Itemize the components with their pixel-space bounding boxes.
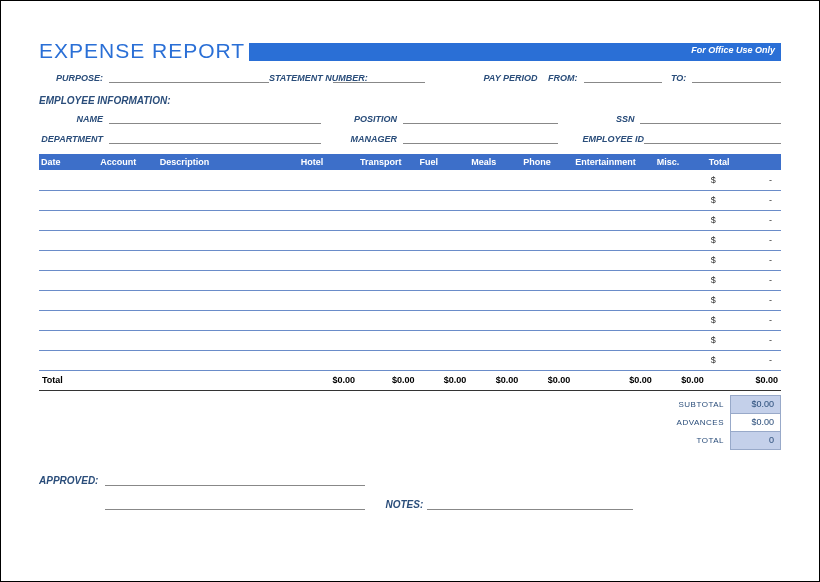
table-cell[interactable]: [158, 210, 299, 230]
table-row[interactable]: $-: [39, 210, 781, 230]
table-cell[interactable]: [469, 170, 521, 190]
table-cell[interactable]: [98, 250, 157, 270]
table-cell[interactable]: [573, 250, 655, 270]
table-cell[interactable]: [158, 270, 299, 290]
table-cell[interactable]: [299, 350, 358, 370]
table-cell[interactable]: [655, 270, 707, 290]
purpose-input[interactable]: [109, 71, 269, 83]
table-cell[interactable]: [573, 290, 655, 310]
table-cell[interactable]: [655, 230, 707, 250]
advances-value[interactable]: $0.00: [731, 413, 781, 431]
table-cell[interactable]: [39, 350, 98, 370]
table-cell[interactable]: [655, 330, 707, 350]
table-cell[interactable]: [469, 250, 521, 270]
approved-signature-2[interactable]: [105, 496, 365, 510]
table-cell[interactable]: [655, 250, 707, 270]
table-cell[interactable]: [158, 350, 299, 370]
table-row[interactable]: $-: [39, 170, 781, 190]
table-cell[interactable]: [417, 230, 469, 250]
statement-number-input[interactable]: [333, 71, 425, 83]
table-cell[interactable]: [98, 330, 157, 350]
table-cell[interactable]: [417, 310, 469, 330]
table-cell[interactable]: [573, 350, 655, 370]
table-cell[interactable]: [469, 310, 521, 330]
table-cell[interactable]: [417, 190, 469, 210]
table-cell[interactable]: [417, 290, 469, 310]
table-cell[interactable]: [158, 250, 299, 270]
table-row[interactable]: $-: [39, 290, 781, 310]
table-cell[interactable]: [98, 350, 157, 370]
table-cell[interactable]: [655, 290, 707, 310]
table-cell[interactable]: [158, 170, 299, 190]
table-cell[interactable]: [417, 250, 469, 270]
notes-input[interactable]: [427, 498, 632, 510]
table-cell[interactable]: [521, 230, 573, 250]
table-cell[interactable]: [358, 170, 417, 190]
table-row[interactable]: $-: [39, 250, 781, 270]
table-cell[interactable]: [358, 270, 417, 290]
table-cell[interactable]: [98, 190, 157, 210]
table-cell[interactable]: [299, 250, 358, 270]
table-cell[interactable]: [521, 190, 573, 210]
table-row[interactable]: $-: [39, 310, 781, 330]
position-input[interactable]: [403, 112, 558, 124]
table-cell[interactable]: [469, 230, 521, 250]
table-cell[interactable]: [158, 290, 299, 310]
department-input[interactable]: [109, 132, 321, 144]
table-cell[interactable]: [469, 350, 521, 370]
table-cell[interactable]: [417, 270, 469, 290]
table-cell[interactable]: [417, 350, 469, 370]
table-cell[interactable]: [358, 190, 417, 210]
table-cell[interactable]: [469, 270, 521, 290]
table-cell[interactable]: [158, 230, 299, 250]
table-cell[interactable]: [358, 310, 417, 330]
table-cell[interactable]: [521, 210, 573, 230]
table-cell[interactable]: [98, 310, 157, 330]
table-cell[interactable]: [98, 170, 157, 190]
table-row[interactable]: $-: [39, 230, 781, 250]
table-cell[interactable]: [655, 210, 707, 230]
table-cell[interactable]: [417, 330, 469, 350]
table-cell[interactable]: [158, 310, 299, 330]
table-row[interactable]: $-: [39, 270, 781, 290]
table-cell[interactable]: [521, 310, 573, 330]
table-cell[interactable]: [358, 350, 417, 370]
table-row[interactable]: $-: [39, 350, 781, 370]
table-cell[interactable]: [573, 330, 655, 350]
name-input[interactable]: [109, 112, 321, 124]
table-cell[interactable]: [299, 330, 358, 350]
table-cell[interactable]: [417, 170, 469, 190]
table-cell[interactable]: [299, 290, 358, 310]
table-cell[interactable]: [39, 210, 98, 230]
table-cell[interactable]: [573, 170, 655, 190]
table-cell[interactable]: [573, 210, 655, 230]
table-cell[interactable]: [39, 170, 98, 190]
table-cell[interactable]: [299, 190, 358, 210]
table-cell[interactable]: [521, 290, 573, 310]
table-cell[interactable]: [573, 310, 655, 330]
table-cell[interactable]: [358, 290, 417, 310]
table-cell[interactable]: [573, 190, 655, 210]
table-cell[interactable]: [521, 250, 573, 270]
table-cell[interactable]: [469, 210, 521, 230]
table-cell[interactable]: [358, 330, 417, 350]
table-cell[interactable]: [521, 330, 573, 350]
table-cell[interactable]: [299, 310, 358, 330]
table-cell[interactable]: [417, 210, 469, 230]
table-cell[interactable]: [521, 270, 573, 290]
table-cell[interactable]: [98, 290, 157, 310]
table-cell[interactable]: [655, 350, 707, 370]
table-cell[interactable]: [299, 270, 358, 290]
table-cell[interactable]: [158, 190, 299, 210]
table-cell[interactable]: [655, 310, 707, 330]
table-cell[interactable]: [358, 210, 417, 230]
table-cell[interactable]: [39, 230, 98, 250]
to-input[interactable]: [692, 71, 781, 83]
table-cell[interactable]: [469, 330, 521, 350]
table-cell[interactable]: [573, 270, 655, 290]
table-cell[interactable]: [655, 170, 707, 190]
table-cell[interactable]: [299, 210, 358, 230]
table-cell[interactable]: [655, 190, 707, 210]
table-cell[interactable]: [299, 230, 358, 250]
table-cell[interactable]: [521, 170, 573, 190]
